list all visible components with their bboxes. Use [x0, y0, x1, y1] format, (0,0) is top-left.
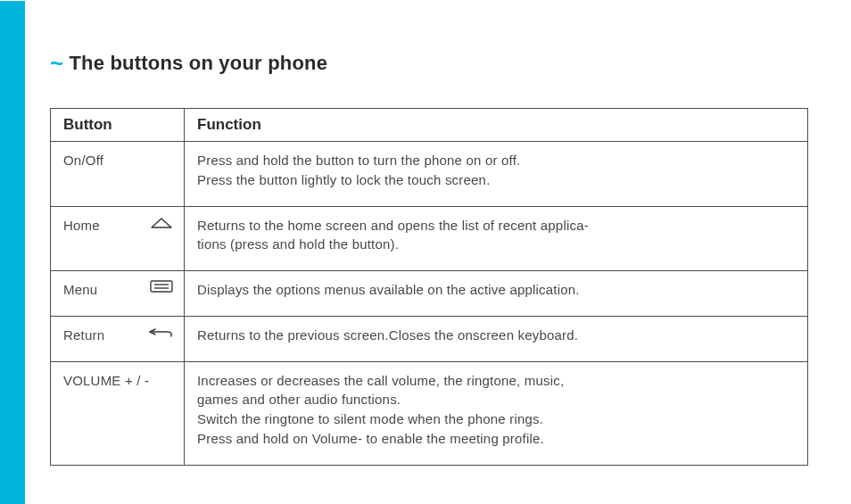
function-line: Press the button lightly to lock the tou…: [197, 170, 795, 190]
button-cell: VOLUME + / -: [51, 361, 185, 465]
function-line: Increases or decreases the call volume, …: [197, 371, 795, 391]
button-cell: Return: [51, 316, 185, 361]
function-line: Press and hold on Volume- to enable the …: [197, 429, 795, 449]
content-area: ~The buttons on your phone Button Functi…: [50, 50, 814, 466]
header-function: Function: [185, 109, 808, 142]
function-cell: Press and hold the button to turn the ph…: [185, 142, 808, 207]
title-text: The buttons on your phone: [69, 52, 327, 74]
table-row: VOLUME + / - Increases or decreases the …: [51, 361, 808, 465]
svg-rect-0: [151, 281, 172, 292]
button-cell: On/Off: [51, 142, 185, 207]
function-cell: Returns to the home screen and opens the…: [185, 206, 808, 271]
function-cell: Returns to the previous screen.Closes th…: [185, 316, 808, 361]
function-line: Returns to the previous screen.Closes th…: [197, 326, 795, 345]
button-label: Return: [63, 326, 104, 345]
page: ~The buttons on your phone Button Functi…: [0, 0, 851, 504]
function-line: games and other audio functions.: [197, 390, 795, 409]
function-line: tions (press and hold the button).: [197, 235, 795, 254]
return-icon: [148, 326, 173, 338]
title-tilde: ~: [50, 50, 69, 77]
home-icon: [150, 216, 173, 230]
button-label: Home: [63, 216, 100, 235]
function-line: Press and hold the button to turn the ph…: [197, 151, 795, 170]
function-cell: Increases or decreases the call volume, …: [185, 361, 808, 465]
button-cell: Home: [51, 206, 185, 271]
function-cell: Displays the options menus available on …: [185, 271, 808, 317]
accent-side-bar: [0, 1, 25, 504]
button-label: VOLUME + / -: [63, 371, 149, 391]
table-row: On/Off Press and hold the button to turn…: [51, 142, 808, 207]
button-label: On/Off: [63, 151, 103, 170]
table-row: Home Returns to the home screen and open…: [51, 206, 808, 271]
header-button: Button: [51, 109, 185, 142]
table-row: Return Returns to the previous screen.Cl…: [51, 316, 808, 361]
menu-icon: [150, 280, 173, 293]
function-line: Returns to the home screen and opens the…: [197, 216, 795, 235]
buttons-table: Button Function On/Off Press and hold th…: [50, 108, 808, 466]
table-row: Menu Displays the options menus availabl…: [51, 271, 808, 317]
button-label: Menu: [63, 280, 97, 300]
function-line: Switch the ringtone to silent mode when …: [197, 409, 795, 429]
table-header-row: Button Function: [51, 109, 808, 142]
button-cell: Menu: [51, 271, 185, 317]
page-title: ~The buttons on your phone: [50, 50, 814, 78]
function-line: Displays the options menus available on …: [197, 280, 795, 300]
